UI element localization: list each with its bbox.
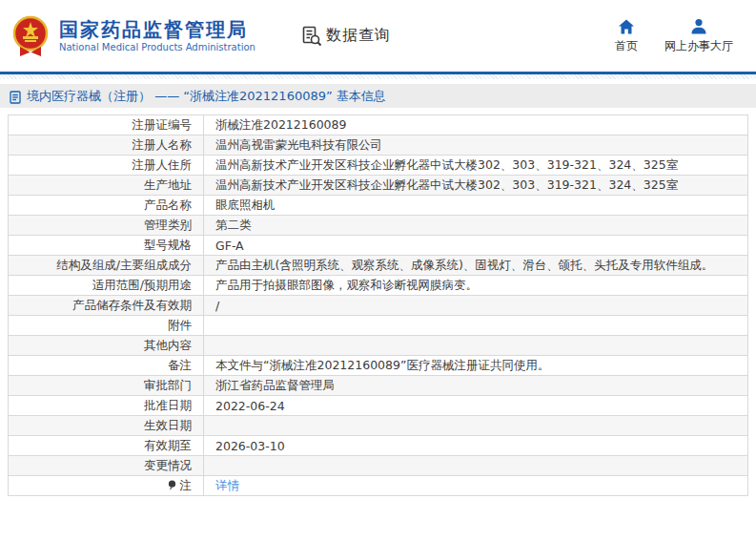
table-row: 型号规格GF-A <box>9 236 748 256</box>
row-value: 本文件与“浙械注准20212160089”医疗器械注册证共同使用。 <box>204 356 748 376</box>
row-value: 温州高新技术产业开发区科技企业孵化器中试大楼302、303、319-321、32… <box>204 156 748 176</box>
row-value <box>204 336 748 356</box>
row-label: 生产地址 <box>9 176 204 196</box>
table-row: 生产地址温州高新技术产业开发区科技企业孵化器中试大楼302、303、319-32… <box>9 176 748 196</box>
row-label: 生效日期 <box>9 416 204 436</box>
row-label: 备注 <box>9 356 204 376</box>
row-value: 产品用于拍摄眼部图像，观察和诊断视网膜病变。 <box>204 276 748 296</box>
brand-logo[interactable]: 国家药品监督管理局 National Medical Products Admi… <box>11 15 255 57</box>
data-query-section[interactable]: 数据查询 <box>301 26 391 47</box>
table-row: 产品储存条件及有效期/ <box>9 296 748 316</box>
row-value: 第二类 <box>204 216 748 236</box>
row-label: 注册人住所 <box>9 156 204 176</box>
table-row: 结构及组成/主要组成成分产品由主机(含照明系统、观察系统、成像系统)、固视灯、滑… <box>9 256 748 276</box>
row-value: 温州高新技术产业开发区科技企业孵化器中试大楼302、303、319-321、32… <box>204 176 748 196</box>
org-name-en: National Medical Products Administration <box>59 41 255 53</box>
row-value: 2026-03-10 <box>204 436 748 456</box>
row-value <box>204 316 748 336</box>
row-label: 注册人名称 <box>9 135 204 156</box>
nav-service-hall-label: 网上办事大厅 <box>664 38 733 54</box>
table-row: 变更情况 <box>9 456 748 476</box>
row-label: 产品储存条件及有效期 <box>9 296 204 316</box>
table-row: 管理类别第二类 <box>9 216 748 236</box>
row-label: 结构及组成/主要组成成分 <box>9 256 204 276</box>
row-value: 浙械注准20212160089 <box>204 115 748 135</box>
row-label: 注册证编号 <box>9 115 204 135</box>
page-title: 境内医疗器械（注册） —— “浙械注准20212160089” 基本信息 <box>27 88 386 105</box>
table-row: 附件 <box>9 316 748 336</box>
row-label: 管理类别 <box>9 216 204 236</box>
row-value: / <box>204 296 748 316</box>
table-row: 注册证编号浙械注准20212160089 <box>9 115 748 135</box>
hatch-strip <box>0 74 756 79</box>
home-icon <box>618 18 635 35</box>
info-table: 注册证编号浙械注准20212160089注册人名称温州高视雷蒙光电科技有限公司注… <box>8 114 748 496</box>
info-table-body: 注册证编号浙械注准20212160089注册人名称温州高视雷蒙光电科技有限公司注… <box>9 115 748 496</box>
row-value <box>204 416 748 436</box>
row-label: 型号规格 <box>9 236 204 256</box>
data-query-label: 数据查询 <box>326 26 391 46</box>
table-row: 生效日期 <box>9 416 748 436</box>
table-row: 批准日期2022-06-24 <box>9 396 748 416</box>
note-icon <box>167 480 177 491</box>
row-value: 温州高视雷蒙光电科技有限公司 <box>204 135 748 156</box>
table-row: 适用范围/预期用途产品用于拍摄眼部图像，观察和诊断视网膜病变。 <box>9 276 748 296</box>
nav-service-hall[interactable]: 网上办事大厅 <box>664 18 733 54</box>
table-row: 产品名称眼底照相机 <box>9 196 748 216</box>
document-search-icon <box>301 26 322 47</box>
row-value: 眼底照相机 <box>204 196 748 216</box>
row-value: 2022-06-24 <box>204 396 748 416</box>
table-row: 注详情 <box>9 476 748 496</box>
nav-home[interactable]: 首页 <box>615 18 638 54</box>
row-label: 附件 <box>9 316 204 336</box>
document-icon <box>10 90 21 103</box>
details-link[interactable]: 详情 <box>215 478 239 492</box>
top-nav: 首页 网上办事大厅 <box>615 18 733 54</box>
breadcrumb-bar: 境内医疗器械（注册） —— “浙械注准20212160089” 基本信息 <box>0 84 756 108</box>
table-row: 备注本文件与“浙械注准20212160089”医疗器械注册证共同使用。 <box>9 356 748 376</box>
row-value <box>204 456 748 476</box>
row-value: 产品由主机(含照明系统、观察系统、成像系统)、固视灯、滑台、颌托、头托及专用软件… <box>204 256 748 276</box>
table-row: 审批部门浙江省药品监督管理局 <box>9 376 748 396</box>
row-label: 其他内容 <box>9 336 204 356</box>
site-header: 国家药品监督管理局 National Medical Products Admi… <box>0 0 756 72</box>
row-value: 详情 <box>204 476 748 496</box>
org-name-cn: 国家药品监督管理局 <box>59 18 255 41</box>
row-label: 审批部门 <box>9 376 204 396</box>
brand-text: 国家药品监督管理局 National Medical Products Admi… <box>59 18 255 53</box>
national-emblem-icon <box>11 15 50 57</box>
table-row: 有效期至2026-03-10 <box>9 436 748 456</box>
row-label: 变更情况 <box>9 456 204 476</box>
row-label: 有效期至 <box>9 436 204 456</box>
page: 国家药品监督管理局 National Medical Products Admi… <box>0 0 756 541</box>
person-icon <box>690 18 707 35</box>
nav-home-label: 首页 <box>615 38 638 54</box>
table-row: 注册人住所温州高新技术产业开发区科技企业孵化器中试大楼302、303、319-3… <box>9 156 748 176</box>
row-label: 适用范围/预期用途 <box>9 276 204 296</box>
table-row: 其他内容 <box>9 336 748 356</box>
row-value: 浙江省药品监督管理局 <box>204 376 748 396</box>
row-value: GF-A <box>204 236 748 256</box>
row-label: 注 <box>9 476 204 496</box>
table-row: 注册人名称温州高视雷蒙光电科技有限公司 <box>9 135 748 156</box>
row-label: 批准日期 <box>9 396 204 416</box>
row-label: 产品名称 <box>9 196 204 216</box>
